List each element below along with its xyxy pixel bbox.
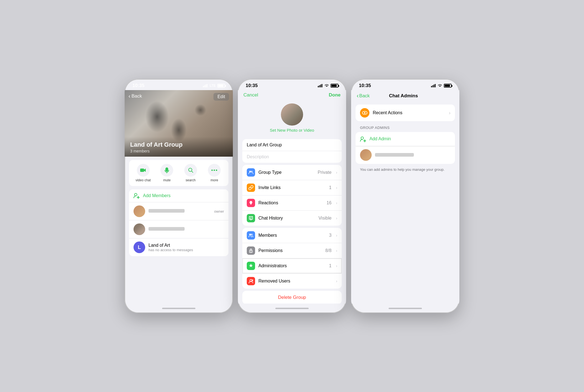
wifi-icon-3 (438, 84, 442, 87)
removed-users-icon (247, 277, 255, 285)
member-item-1[interactable]: owner (129, 202, 228, 220)
phone-screen-1: 10:35 LTE ‹ Back Edit Land of Art Group … (125, 79, 233, 313)
edit-button[interactable]: Edit (213, 93, 229, 101)
cancel-button[interactable]: Cancel (243, 92, 258, 98)
screen3-scroll[interactable]: Recent Actions › GROUP ADMINS (351, 102, 459, 304)
member-info-2 (148, 227, 221, 232)
settings-section-1: Group Type Private › Invite Links 1 › (242, 165, 342, 226)
member-item-3[interactable]: L Land of Art has no access to messages (129, 238, 228, 256)
reactions-chevron: › (336, 201, 337, 205)
member-item-2[interactable] (129, 220, 228, 238)
more-label: more (211, 178, 218, 182)
home-indicator-3 (351, 304, 459, 313)
member-badge-1: owner (214, 209, 224, 213)
wifi-icon-2 (324, 84, 329, 87)
svg-rect-30 (432, 85, 433, 88)
reactions-label: Reactions (258, 200, 323, 205)
video-chat-button[interactable]: video chat (135, 164, 152, 182)
settings-chat-history[interactable]: Chat History Visible › (242, 211, 342, 226)
screen2-scroll[interactable]: Set New Photo or Video Land of Art Group… (238, 101, 346, 304)
screen1-scroll[interactable]: video chat mute (125, 157, 233, 304)
group-admins-header: GROUP ADMINS (351, 123, 459, 131)
svg-rect-1 (204, 85, 205, 88)
settings-group-type[interactable]: Group Type Private › (242, 165, 342, 180)
status-bar-1: 10:35 LTE (125, 79, 233, 90)
members-section: Add Members owner (129, 189, 228, 256)
svg-rect-29 (431, 86, 432, 87)
settings-administrators[interactable]: Administrators 1 › (242, 258, 342, 274)
invite-links-chevron: › (336, 185, 337, 190)
add-admin-icon (360, 136, 366, 142)
svg-line-7 (192, 171, 193, 172)
back-label-3: Back (359, 93, 370, 99)
invite-links-label: Invite Links (258, 185, 326, 190)
removed-users-chevron: › (336, 279, 337, 283)
phone-screen-3: 10:35 ‹ Back Chat Admin (351, 79, 459, 313)
edit-field-name[interactable]: Land of Art Group (242, 139, 342, 151)
permissions-label: Permissions (258, 248, 322, 253)
group-name-hero: Land of Art Group (130, 141, 227, 148)
settings-section-2: Members 3 › Permissions 8/8 › (242, 228, 342, 289)
battery-icon-3 (444, 84, 452, 88)
recent-actions-row[interactable]: Recent Actions › (356, 105, 455, 121)
more-button[interactable]: more (206, 164, 223, 182)
svg-point-8 (212, 170, 213, 171)
video-chat-icon (137, 164, 150, 177)
signal-icon-2 (318, 84, 323, 87)
admin-item-1[interactable] (356, 146, 455, 164)
edit-avatar (281, 103, 303, 126)
group-type-value: Private (318, 170, 332, 175)
group-hero: ‹ Back Edit Land of Art Group 3 members (125, 90, 233, 157)
settings-members[interactable]: Members 3 › (242, 228, 342, 243)
delete-group-button[interactable]: Delete Group (242, 291, 342, 304)
group-members-hero: 3 members (130, 149, 227, 153)
back-button-1[interactable]: ‹ Back (129, 93, 142, 99)
description-placeholder: Description (247, 154, 269, 159)
admin-avatar-1 (360, 149, 372, 161)
svg-point-10 (216, 170, 217, 171)
settings-invite-links[interactable]: Invite Links 1 › (242, 180, 342, 195)
set-photo-button[interactable]: Set New Photo or Video (270, 128, 314, 133)
admin-avatar-bg-1 (360, 149, 372, 161)
search-button[interactable]: search (182, 164, 199, 182)
edit-field-desc[interactable]: Description (242, 151, 342, 163)
mute-button[interactable]: mute (158, 164, 175, 182)
status-time-2: 10:35 (246, 83, 258, 88)
admins-note: You can add admins to help you manage yo… (351, 164, 459, 175)
edit-section-name: Land of Art Group Description (242, 139, 342, 163)
members-value: 3 (329, 233, 331, 238)
admin-name-blur-1 (375, 153, 414, 157)
back-chevron-1: ‹ (129, 93, 130, 99)
home-bar-2 (275, 308, 309, 309)
svg-point-9 (214, 170, 215, 171)
done-button[interactable]: Done (329, 92, 341, 98)
svg-rect-16 (320, 85, 321, 87)
settings-permissions[interactable]: Permissions 8/8 › (242, 243, 342, 258)
group-type-label: Group Type (258, 170, 314, 175)
settings-removed-users[interactable]: Removed Users › (242, 274, 342, 289)
svg-rect-0 (203, 86, 204, 87)
svg-point-11 (135, 194, 137, 196)
admins-section: Add Admin (356, 132, 455, 164)
svg-rect-32 (435, 84, 436, 87)
add-admin-label: Add Admin (369, 136, 391, 141)
home-indicator-1 (125, 304, 233, 313)
settings-reactions[interactable]: Reactions 16 › (242, 195, 342, 211)
battery-icon-2 (331, 84, 338, 88)
member-name-3: Land of Art (148, 243, 224, 248)
home-bar-1 (162, 308, 195, 309)
edit-avatar-bg (281, 103, 303, 126)
invite-links-icon (247, 184, 255, 192)
svg-point-35 (361, 137, 364, 139)
add-admin-row[interactable]: Add Admin (356, 132, 455, 146)
add-members-row[interactable]: Add Members (129, 189, 228, 202)
phone-screen-2: 10:35 Cancel Done (238, 79, 346, 313)
avatar-img-1 (134, 205, 145, 217)
avatar-img-2 (134, 223, 145, 235)
avatar-letter-3: L (134, 241, 145, 253)
signal-icon-3 (431, 84, 436, 87)
status-bar-3: 10:35 (351, 79, 459, 90)
back-button-3[interactable]: ‹ Back (357, 92, 370, 100)
chat-history-icon (247, 214, 255, 222)
nav-title-3: Chat Admins (389, 93, 418, 99)
